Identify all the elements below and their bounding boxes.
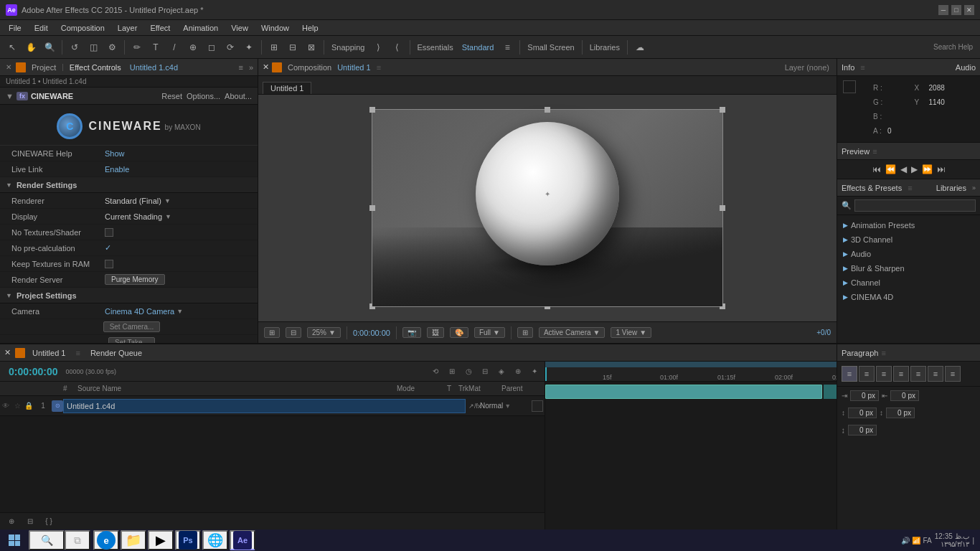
tool-align2[interactable]: ⊟ [285,39,301,55]
comp-panel-close[interactable]: ✕ [263,62,269,72]
tl-btn-3[interactable]: ◷ [461,364,476,379]
project-settings-section[interactable]: ▼ Project Settings [0,288,258,303]
standard-label[interactable]: Standard [459,43,497,52]
handle-br[interactable] [720,303,725,309]
menu-layer[interactable]: Layer [112,22,143,34]
align-justify-btn[interactable]: ≡ [893,366,909,382]
menu-window[interactable]: Window [255,22,295,34]
fx-collapse-arrow[interactable]: ▼ [6,92,14,100]
region-of-interest-btn[interactable]: ⊞ [264,327,280,338]
keep-textures-checkbox[interactable] [105,260,113,268]
renderer-select[interactable]: Standard (Final) ▼ [105,197,171,205]
space-after-input[interactable] [886,408,915,418]
timeline-render-queue-tab[interactable]: Render Queue [88,347,145,359]
left-panel-menu-icon[interactable]: ≡ [238,63,242,72]
align-force-right-btn[interactable]: ≡ [945,366,961,382]
taskbar-search-btn[interactable]: 🔍 [29,530,65,550]
tl-btn-2[interactable]: ⊞ [445,364,459,379]
quality-btn[interactable]: Full ▼ [474,327,505,338]
composition-view[interactable]: ✦ [258,95,837,321]
layer-clip-1[interactable] [545,385,822,399]
about-button[interactable]: About... [225,92,252,100]
taskbar-browser-btn[interactable]: 🌐 [202,530,228,550]
snapping-label[interactable]: Snapping [329,43,368,52]
handle-mr[interactable] [720,205,725,211]
layer-mode-select[interactable]: Normal ▼ [480,402,530,410]
snap-toggle[interactable]: ⟩ [371,39,387,55]
handle-tm[interactable] [545,107,550,113]
taskbar-edge-btn[interactable]: e [93,530,119,550]
indent-right-input[interactable] [890,390,919,401]
indent-left-input[interactable] [850,390,879,401]
start-button[interactable] [0,529,29,551]
handle-ml[interactable] [369,205,375,211]
handle-tr[interactable] [720,107,725,113]
layer-visibility-toggle[interactable]: 👁 [0,402,11,410]
essentials-label[interactable]: Essentials [415,43,456,52]
grid-btn[interactable]: ⊞ [517,327,533,338]
tool-text[interactable]: T [148,39,164,55]
timeline-track-area[interactable]: 15f 01:00f 01:15f 02:00f 02:15f 03:00 [545,362,837,529]
snapshot-btn[interactable]: 📷 [402,327,421,338]
tool-puppet[interactable]: ✦ [241,39,257,55]
help-value[interactable]: Show [105,149,252,158]
tool-pen[interactable]: ✏ [129,39,145,55]
handle-bm[interactable] [545,303,550,309]
tl-btn-4[interactable]: ⊟ [478,364,492,379]
left-panel-expand[interactable]: » [249,63,253,72]
tl-btn-1[interactable]: ⟲ [428,364,443,379]
taskbar-explorer-btn[interactable]: 📁 [121,530,146,550]
camera-view-btn[interactable]: Active Camera ▼ [539,327,605,338]
align-force-center-btn[interactable]: ≡ [928,366,943,382]
effect-3d-channel[interactable]: ▶ 3D Channel [840,232,977,247]
close-button[interactable]: ✕ [964,5,974,15]
comp-tab-untitled[interactable]: Untitled 1 [263,82,311,94]
taskbar-photoshop-btn[interactable]: Ps [175,530,201,550]
effect-audio[interactable]: ▶ Audio [840,247,977,261]
color-manage-btn[interactable]: 🎨 [450,327,468,338]
tool-roto[interactable]: ⟳ [222,39,238,55]
taskbar-app5-btn[interactable]: ▶ [148,530,174,550]
minimize-button[interactable]: ─ [938,5,948,15]
tool-clone[interactable]: ⊕ [185,39,201,55]
tab-effect-controls[interactable]: Effect Controls [67,62,124,73]
menu-composition[interactable]: Composition [55,22,110,34]
menu-edit[interactable]: Edit [29,22,54,34]
effect-cinema4d[interactable]: ▶ CINEMA 4D [840,290,977,304]
tl-btn-5[interactable]: ◈ [494,364,509,379]
effect-animation-presets[interactable]: ▶ Animation Presets [840,218,977,232]
taskbar-taskview-btn[interactable]: ⧉ [65,530,90,550]
display-select[interactable]: Current Shading ▼ [105,212,171,221]
prev-play-rev-btn[interactable]: ◀ [900,164,907,174]
line-spacing-input[interactable] [848,425,877,435]
align-left-btn[interactable]: ≡ [842,366,857,382]
effects-search-input[interactable] [854,199,976,212]
transparency-btn[interactable]: ⊟ [286,327,301,338]
tl-btn-7[interactable]: ✦ [527,364,542,379]
tl-bottom-btn-2[interactable]: ⊟ [23,514,37,529]
work-area-bar[interactable] [545,362,837,367]
libraries-label[interactable]: Libraries [587,43,623,52]
tl-btn-6[interactable]: ⊕ [511,364,525,379]
no-textures-checkbox[interactable] [105,228,113,237]
prev-play-btn[interactable]: ▶ [911,164,918,174]
left-panel-close[interactable]: ✕ [4,63,13,72]
layer-lock-toggle[interactable]: 🔒 [23,402,34,410]
taskbar-ae-btn[interactable]: Ae [230,530,255,550]
current-time-indicator[interactable] [545,367,547,381]
menu-view[interactable]: View [225,22,254,34]
camera-select[interactable]: Cinema 4D Camera ▼ [105,307,183,316]
align-force-left-btn[interactable]: ≡ [910,366,926,382]
workspace-menu[interactable]: ≡ [499,39,515,55]
tool-select[interactable]: ↖ [4,39,20,55]
render-settings-section[interactable]: ▼ Render Settings [0,177,258,193]
options-button[interactable]: Options... [187,92,220,100]
tool-eraser[interactable]: ◻ [204,39,220,55]
small-screen-label[interactable]: Small Screen [524,43,577,52]
layer-solo-toggle[interactable]: ☆ [11,402,23,410]
timeline-timecode[interactable]: 0:00:00:00 [3,366,64,377]
effects-expand-icon[interactable]: » [972,184,976,192]
layer-t-checkbox[interactable] [532,400,543,412]
layer-name-field[interactable]: Untitled 1.c4d [63,399,466,413]
tool-align1[interactable]: ⊞ [266,39,282,55]
